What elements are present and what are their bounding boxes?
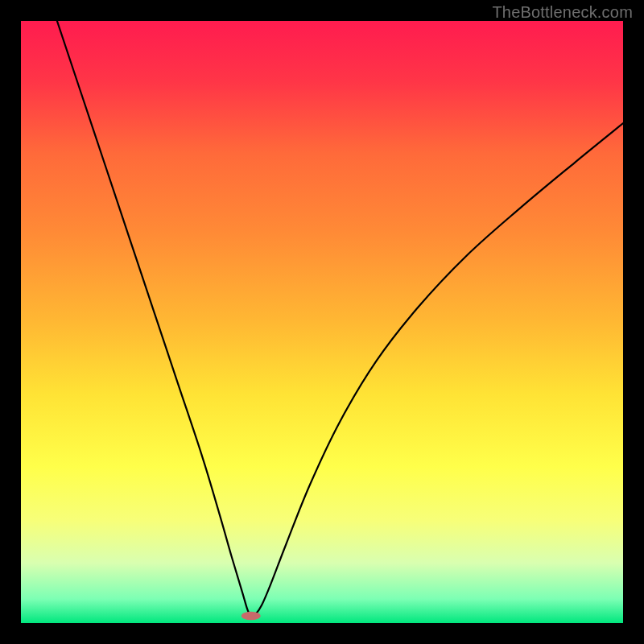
watermark-text: TheBottleneck.com <box>492 3 633 22</box>
chart-svg <box>21 21 623 623</box>
chart-frame: TheBottleneck.com <box>0 0 644 644</box>
plot-area <box>21 21 623 623</box>
minimum-marker <box>242 612 261 620</box>
gradient-background <box>21 21 623 623</box>
